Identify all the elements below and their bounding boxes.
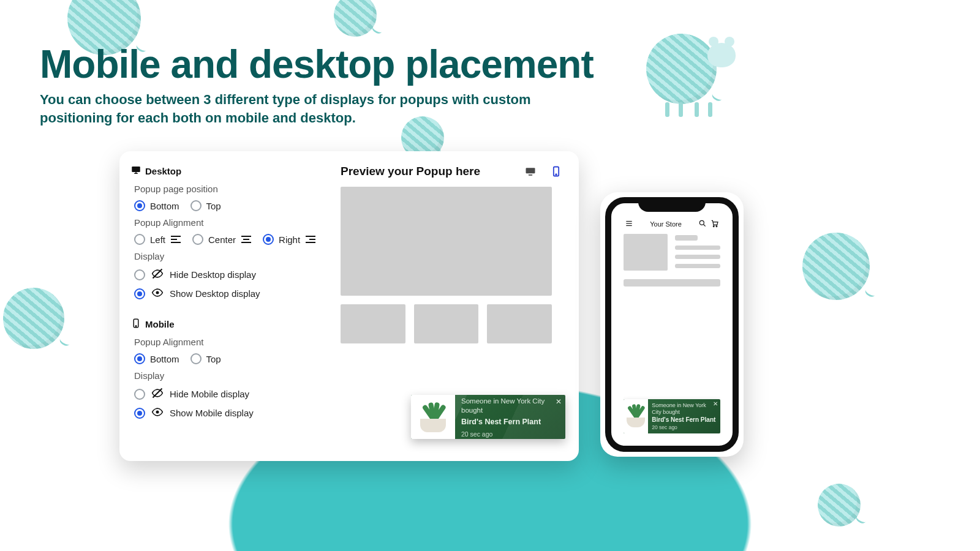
radio-label: Right (279, 234, 300, 245)
radio-desktop-show[interactable] (134, 288, 145, 299)
svg-rect-0 (132, 167, 140, 172)
section-desktop: Desktop (130, 165, 333, 178)
field-label-display: Display (134, 251, 333, 261)
radio-mobile-align-bottom[interactable]: Bottom (134, 353, 179, 364)
section-mobile: Mobile (130, 318, 333, 331)
preview-title: Preview your Popup here (341, 165, 480, 178)
radio-desktop-position-top[interactable]: Top (190, 200, 221, 211)
align-center-icon (241, 235, 252, 244)
sheep-face-icon (707, 43, 736, 67)
field-label-m-alignment: Popup Alignment (134, 337, 333, 347)
eye-off-icon (151, 387, 164, 401)
popup-thumbnail (411, 395, 455, 439)
popup-preview: Someone in New York City bought Bird's N… (411, 395, 565, 439)
radio-mobile-align-top[interactable]: Top (190, 353, 221, 364)
radio-label: Show Desktop display (170, 288, 260, 299)
svg-point-21 (556, 174, 557, 175)
page-subtitle: You can choose between 3 different type … (40, 91, 542, 127)
radio-mobile-hide[interactable] (134, 389, 145, 400)
yarn-ball-icon (802, 233, 870, 300)
radio-label: Center (208, 234, 236, 245)
radio-label: Hide Mobile display (170, 389, 249, 399)
settings-card: Desktop Popup page position Bottom Top P… (119, 151, 579, 461)
svg-point-15 (135, 326, 137, 327)
field-label-position: Popup page position (134, 184, 333, 194)
yarn-ball-icon (3, 288, 64, 349)
mobile-icon (130, 318, 141, 331)
align-left-icon (170, 235, 181, 244)
align-right-icon (305, 235, 316, 244)
desktop-icon (130, 165, 141, 178)
radio-label: Top (206, 354, 221, 364)
popup-time: 20 sec ago (461, 430, 559, 438)
preview-device-desktop[interactable] (522, 165, 538, 178)
menu-icon[interactable] (625, 219, 633, 229)
phone-popup-time: 20 sec ago (652, 424, 717, 430)
svg-rect-19 (529, 174, 533, 176)
radio-label: Bottom (150, 354, 179, 364)
radio-label: Show Mobile display (170, 408, 254, 418)
radio-label: Top (206, 201, 221, 211)
search-icon[interactable] (698, 219, 707, 229)
radio-desktop-hide[interactable] (134, 269, 145, 280)
phone-notch (638, 197, 706, 212)
svg-point-17 (156, 411, 159, 414)
radio-label: Hide Desktop display (170, 269, 256, 280)
field-label-m-display: Display (134, 370, 333, 381)
svg-rect-18 (526, 168, 535, 173)
phone-popup-line1: Someone in New York City bought (652, 402, 717, 416)
field-label-alignment: Popup Alignment (134, 217, 333, 228)
eye-off-icon (151, 268, 164, 282)
radio-desktop-align-right[interactable]: Right (263, 234, 316, 245)
store-name: Your Store (650, 220, 682, 228)
popup-product: Bird's Nest Fern Plant (461, 417, 559, 427)
radio-desktop-position-bottom[interactable]: Bottom (134, 200, 179, 211)
phone-popup-close-icon[interactable]: ✕ (713, 400, 718, 407)
radio-desktop-align-left[interactable]: Left (134, 234, 181, 245)
section-mobile-label: Mobile (145, 319, 175, 329)
radio-label: Bottom (150, 201, 179, 211)
sheep-legs-icon (662, 101, 717, 117)
svg-rect-2 (135, 172, 137, 173)
preview-device-mobile[interactable] (548, 165, 564, 178)
radio-mobile-show[interactable] (134, 408, 145, 419)
phone-mock: Your Store (600, 192, 744, 457)
svg-point-27 (713, 226, 714, 227)
phone-popup: Someone in New York City bought Bird's N… (624, 399, 720, 433)
popup-line1: Someone in New York City bought (461, 397, 559, 416)
eye-icon (151, 406, 164, 420)
svg-point-25 (699, 220, 704, 225)
preview-wireframe (341, 187, 552, 343)
phone-topbar: Your Store (624, 217, 720, 234)
radio-label: Left (150, 234, 165, 245)
svg-point-28 (716, 226, 717, 227)
popup-close-icon[interactable]: ✕ (556, 397, 562, 406)
radio-desktop-align-center[interactable]: Center (192, 234, 252, 245)
yarn-ball-icon (334, 0, 377, 37)
phone-popup-product: Bird's Nest Fern Plant (652, 416, 717, 424)
section-desktop-label: Desktop (145, 166, 181, 176)
phone-wireframe (624, 234, 720, 287)
page-title: Mobile and desktop placement (40, 42, 594, 87)
svg-point-13 (156, 291, 159, 294)
svg-line-26 (704, 225, 706, 227)
cart-icon[interactable] (710, 219, 719, 229)
sheep-yarn-icon (646, 34, 717, 104)
eye-icon (151, 287, 164, 301)
yarn-ball-icon (818, 484, 861, 527)
